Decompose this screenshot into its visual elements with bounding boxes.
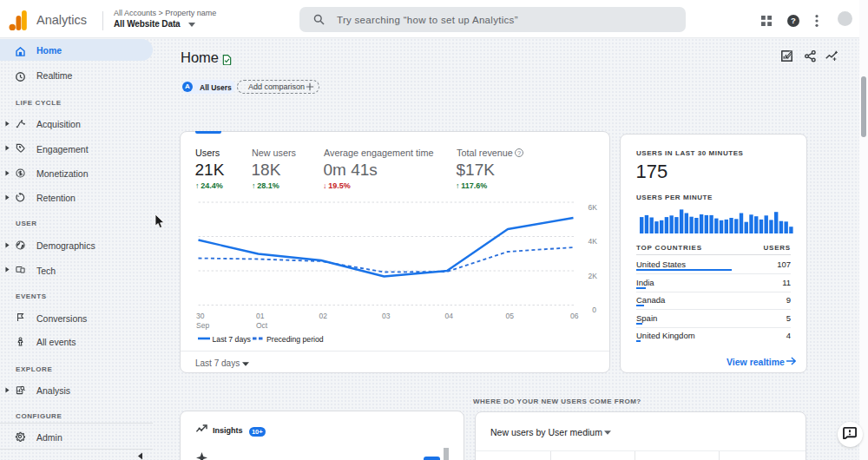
svg-text:06: 06 — [570, 312, 579, 320]
svg-text:30: 30 — [196, 312, 205, 320]
svg-text:2K: 2K — [589, 272, 598, 280]
svg-text:6K: 6K — [589, 203, 598, 212]
svg-text:0: 0 — [592, 306, 596, 314]
svg-text:05: 05 — [506, 312, 515, 320]
svg-text:Oct: Oct — [256, 321, 268, 330]
svg-text:4K: 4K — [589, 237, 598, 246]
svg-text:02: 02 — [319, 312, 328, 320]
svg-text:01: 01 — [256, 312, 265, 320]
svg-text:04: 04 — [445, 312, 454, 320]
svg-text:Sep: Sep — [196, 321, 209, 330]
svg-text:03: 03 — [382, 312, 391, 320]
